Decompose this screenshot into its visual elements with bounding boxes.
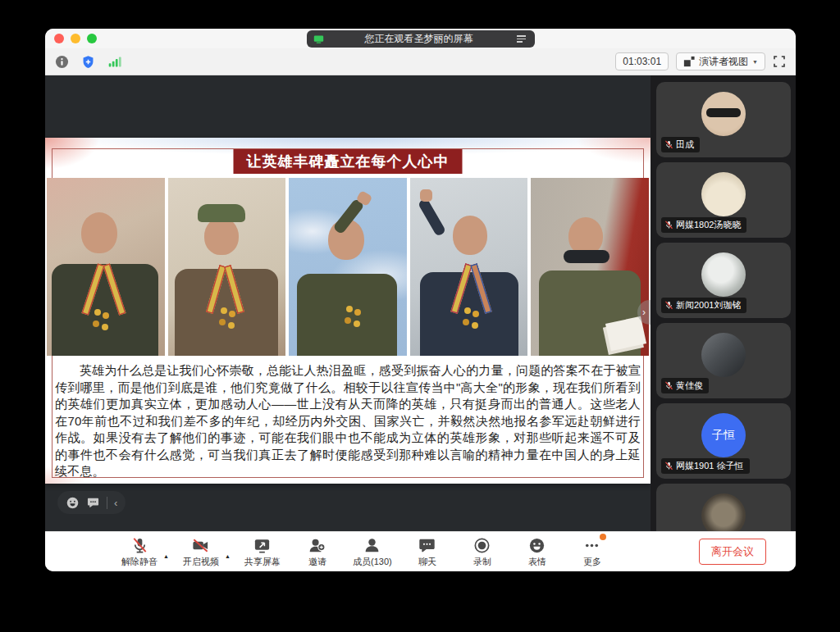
share-screen-button[interactable]: 共享屏幕 <box>239 536 286 568</box>
invite-icon <box>308 536 326 555</box>
avatar <box>701 252 746 297</box>
participants-sidebar: 田成 网媒1802汤晓晓 新闻2001刘珈铭 <box>651 75 796 531</box>
participant-name: 田成 <box>676 139 694 151</box>
chat-button[interactable]: 聊天 <box>404 536 451 568</box>
share-screen-icon <box>253 536 272 555</box>
shared-screen-view: 让英雄丰碑矗立在每个人心中 <box>45 75 651 531</box>
meeting-controls-bar: 解除静音 ▲ 开启视频 ▲ 共享屏幕 邀请 成员(130) 聊天 录制 <box>45 531 796 571</box>
reaction-chat-icon[interactable] <box>86 496 100 510</box>
reaction-bar: ‹ <box>57 491 126 514</box>
control-label: 开启视频 <box>183 556 219 568</box>
veteran-photo-5 <box>531 178 649 356</box>
video-options-caret[interactable]: ▲ <box>225 553 231 559</box>
reaction-smiley-icon[interactable] <box>66 496 80 510</box>
shield-plus-icon[interactable] <box>81 55 95 69</box>
avatar <box>701 493 746 531</box>
screen-share-icon <box>313 34 324 44</box>
avatar: 子恒 <box>701 413 746 457</box>
chevron-down-icon: ▼ <box>752 59 758 65</box>
more-button[interactable]: 更多 <box>568 536 616 568</box>
share-status-banner: 您正在观看圣梦丽的屏幕 <box>307 30 535 48</box>
invite-button[interactable]: 邀请 <box>294 536 341 568</box>
members-button[interactable]: 成员(130) <box>349 536 396 568</box>
veteran-photo-1 <box>47 178 165 356</box>
control-label: 聊天 <box>418 556 436 568</box>
meeting-window: 您正在观看圣梦丽的屏幕 01:03:01 演讲者视图 ▼ <box>45 29 796 571</box>
control-label: 邀请 <box>308 556 326 568</box>
control-label: 解除静音 <box>121 556 158 568</box>
participant-name: 网媒1901 徐子恒 <box>676 460 744 472</box>
record-button[interactable]: 录制 <box>459 536 506 568</box>
avatar <box>701 333 746 377</box>
chat-icon <box>418 536 436 555</box>
view-mode-selector[interactable]: 演讲者视图 ▼ <box>676 52 765 70</box>
zoom-window-button[interactable] <box>87 34 97 43</box>
participant-name: 网媒1802汤晓晓 <box>676 219 741 231</box>
camera-off-icon <box>191 536 210 555</box>
mic-muted-icon <box>664 221 673 230</box>
start-video-button[interactable]: 开启视频 <box>177 536 225 568</box>
close-window-button[interactable] <box>54 34 64 43</box>
mic-options-caret[interactable]: ▲ <box>163 553 169 559</box>
chevron-right-icon: › <box>642 307 646 318</box>
menu-icon[interactable] <box>514 33 528 45</box>
participant-tile[interactable]: 新闻2001刘珈铭 <box>656 243 791 318</box>
veteran-photo-3 <box>289 178 407 356</box>
layout-icon <box>683 56 695 67</box>
veteran-photos-row <box>47 178 649 356</box>
mic-muted-icon <box>130 536 149 555</box>
fullscreen-button[interactable] <box>773 55 786 68</box>
mic-muted-icon <box>664 301 673 310</box>
record-icon <box>472 536 491 555</box>
participant-tile[interactable]: 田成 <box>656 82 791 157</box>
veteran-photo-2 <box>168 178 286 356</box>
mic-muted-icon <box>664 381 673 390</box>
control-label: 更多 <box>583 556 601 568</box>
mic-muted-icon <box>664 461 673 471</box>
participant-tile[interactable] <box>656 484 791 531</box>
emoji-button[interactable]: 表情 <box>514 536 561 568</box>
participant-name: 新闻2001刘珈铭 <box>676 299 741 311</box>
avatar-initials: 子恒 <box>712 428 735 443</box>
network-signal-icon[interactable] <box>107 55 121 69</box>
control-label: 共享屏幕 <box>244 556 281 568</box>
avatar <box>701 172 746 216</box>
participant-tile[interactable]: 子恒 网媒1901 徐子恒 <box>656 403 791 479</box>
divider <box>107 497 107 509</box>
top-toolbar: 01:03:01 演讲者视图 ▼ <box>45 48 796 75</box>
leave-meeting-button[interactable]: 离开会议 <box>699 539 766 565</box>
more-icon <box>582 536 601 555</box>
traffic-lights <box>54 34 97 43</box>
slide-title-banner: 让英雄丰碑矗立在每个人心中 <box>234 149 463 174</box>
emoji-icon <box>527 536 546 555</box>
veteran-photo-4 <box>410 178 528 356</box>
slide-paragraph: 英雄为什么总是让我们心怀崇敬，总能让人热泪盈眶，感受到振奋人心的力量，问题的答案… <box>55 362 641 480</box>
notification-dot <box>600 534 606 540</box>
view-mode-label: 演讲者视图 <box>699 55 748 69</box>
control-label: 表情 <box>528 556 546 568</box>
participant-name: 黄佳俊 <box>676 380 703 392</box>
share-status-text: 您正在观看圣梦丽的屏幕 <box>329 32 509 46</box>
mic-muted-icon <box>664 140 673 149</box>
minimize-window-button[interactable] <box>71 34 80 43</box>
unmute-button[interactable]: 解除静音 <box>116 536 163 568</box>
avatar <box>701 92 746 136</box>
control-label: 录制 <box>473 556 491 568</box>
participant-tile[interactable]: 网媒1802汤晓晓 <box>656 162 791 238</box>
collapse-reactions-icon[interactable]: ‹ <box>114 498 117 508</box>
members-icon <box>363 536 381 555</box>
meeting-info-icon[interactable] <box>55 55 69 69</box>
participant-tile[interactable]: 黄佳俊 <box>656 323 791 398</box>
control-label: 成员(130) <box>353 556 392 568</box>
meeting-timer: 01:03:01 <box>615 52 669 70</box>
window-titlebar: 您正在观看圣梦丽的屏幕 <box>45 29 796 48</box>
presentation-slide: 让英雄丰碑矗立在每个人心中 <box>45 138 651 484</box>
